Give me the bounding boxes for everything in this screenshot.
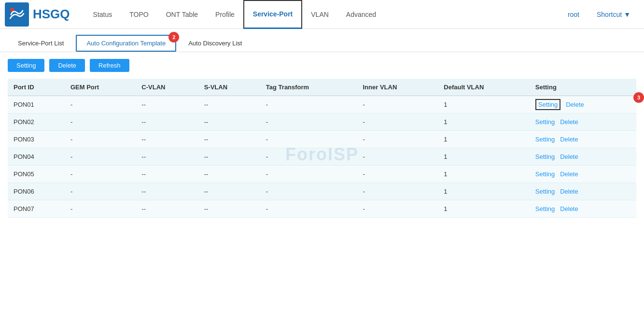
cell-tag-transform: - [260, 183, 357, 200]
cell-inner-vlan: - [357, 183, 438, 200]
tab-service-port-list[interactable]: Service-Port List [8, 35, 74, 51]
service-port-table: Port ID GEM Port C-VLAN S-VLAN Tag Trans… [8, 79, 636, 218]
cell-gem-port: - [65, 166, 136, 183]
logo-area: HSGQ [5, 2, 70, 27]
nav-service-port[interactable]: Service-Port [243, 0, 302, 29]
cell-c-vlan: -- [136, 96, 198, 113]
col-c-vlan: C-VLAN [136, 79, 198, 96]
tabs-bar: Service-Port List Auto Configuration Tem… [0, 29, 644, 52]
tab-auto-discovery-list[interactable]: Auto Discovery List [178, 35, 252, 51]
row-delete-link[interactable]: Delete [566, 101, 584, 108]
table-body: PON01 - -- -- - - 1 Setting 3 Delete PON… [8, 96, 636, 218]
cell-port-id: PON05 [8, 166, 65, 183]
cell-inner-vlan: - [357, 96, 438, 113]
row-delete-link[interactable]: Delete [560, 136, 578, 143]
header: HSGQ Status TOPO ONT Table Profile Servi… [0, 0, 644, 29]
cell-s-vlan: -- [198, 166, 260, 183]
cell-s-vlan: -- [198, 148, 260, 166]
cell-port-id: PON01 [8, 96, 65, 113]
cell-inner-vlan: - [357, 200, 438, 218]
row-delete-link[interactable]: Delete [560, 188, 578, 195]
table-row: PON07 - -- -- - - 1 Setting Delete [8, 200, 636, 218]
cell-port-id: PON07 [8, 200, 65, 218]
cell-default-vlan: 1 [438, 113, 530, 131]
cell-port-id: PON02 [8, 113, 65, 131]
cell-default-vlan: 1 [438, 200, 530, 218]
cell-actions: Setting Delete [530, 183, 636, 200]
cell-s-vlan: -- [198, 96, 260, 113]
refresh-button[interactable]: Refresh [90, 59, 129, 72]
cell-actions: Setting Delete [530, 131, 636, 148]
cell-c-vlan: -- [136, 131, 198, 148]
cell-c-vlan: -- [136, 113, 198, 131]
row-setting-link[interactable]: Setting [535, 118, 555, 126]
nav-ont-table[interactable]: ONT Table [157, 0, 207, 29]
cell-actions: Setting Delete [530, 200, 636, 218]
cell-port-id: PON06 [8, 183, 65, 200]
col-inner-vlan: Inner VLAN [357, 79, 438, 96]
cell-s-vlan: -- [198, 113, 260, 131]
row-setting-link[interactable]: Setting [535, 99, 560, 110]
cell-default-vlan: 1 [438, 96, 530, 113]
cell-default-vlan: 1 [438, 131, 530, 148]
cell-port-id: PON03 [8, 131, 65, 148]
nav-vlan[interactable]: VLAN [302, 0, 337, 29]
tab-auto-config-template[interactable]: Auto Configuration Template 2 [76, 35, 176, 52]
cell-s-vlan: -- [198, 183, 260, 200]
col-gem-port: GEM Port [65, 79, 136, 96]
cell-gem-port: - [65, 96, 136, 113]
cell-tag-transform: - [260, 200, 357, 218]
logo-text: HSGQ [33, 7, 70, 22]
table-row: PON03 - -- -- - - 1 Setting Delete [8, 131, 636, 148]
cell-default-vlan: 1 [438, 183, 530, 200]
row-delete-link[interactable]: Delete [560, 170, 578, 178]
nav-status[interactable]: Status [84, 0, 121, 29]
cell-inner-vlan: - [357, 131, 438, 148]
cell-tag-transform: - [260, 148, 357, 166]
nav-profile[interactable]: Profile [207, 0, 243, 29]
cell-port-id: PON04 [8, 148, 65, 166]
row-delete-link[interactable]: Delete [560, 205, 578, 212]
cell-c-vlan: -- [136, 183, 198, 200]
cell-actions: Setting Delete [530, 113, 636, 131]
cell-tag-transform: - [260, 131, 357, 148]
cell-s-vlan: -- [198, 131, 260, 148]
cell-s-vlan: -- [198, 200, 260, 218]
cell-c-vlan: -- [136, 200, 198, 218]
main-nav: Status TOPO ONT Table Profile Service-Po… [84, 0, 639, 29]
cell-tag-transform: - [260, 113, 357, 131]
cell-tag-transform: - [260, 166, 357, 183]
col-default-vlan: Default VLAN [438, 79, 530, 96]
cell-tag-transform: - [260, 96, 357, 113]
cell-actions: Setting 3 Delete [530, 96, 636, 113]
col-tag-transform: Tag Transform [260, 79, 357, 96]
nav-topo[interactable]: TOPO [121, 0, 157, 29]
row-setting-link[interactable]: Setting [535, 188, 555, 195]
cell-actions: Setting Delete [530, 166, 636, 183]
cell-inner-vlan: - [357, 166, 438, 183]
row-setting-link[interactable]: Setting [535, 170, 555, 178]
cell-default-vlan: 1 [438, 166, 530, 183]
row-delete-link[interactable]: Delete [560, 153, 578, 160]
cell-c-vlan: -- [136, 166, 198, 183]
nav-advanced[interactable]: Advanced [337, 0, 385, 29]
nav-root[interactable]: root [559, 0, 588, 29]
table-row: PON04 - -- -- - - 1 Setting Delete [8, 148, 636, 166]
nav-shortcut[interactable]: Shortcut ▼ [588, 0, 639, 29]
cell-gem-port: - [65, 113, 136, 131]
table-header-row: Port ID GEM Port C-VLAN S-VLAN Tag Trans… [8, 79, 636, 96]
row-delete-link[interactable]: Delete [560, 118, 578, 126]
cell-default-vlan: 1 [438, 148, 530, 166]
setting-button[interactable]: Setting [8, 59, 44, 72]
nav-right: root Shortcut ▼ [559, 0, 639, 29]
col-setting: Setting [530, 79, 636, 96]
row-setting-link[interactable]: Setting [535, 205, 555, 212]
delete-button[interactable]: Delete [49, 59, 85, 72]
table-row: PON01 - -- -- - - 1 Setting 3 Delete [8, 96, 636, 113]
tab-badge-2: 2 [168, 32, 179, 42]
cell-inner-vlan: - [357, 148, 438, 166]
table-row: PON05 - -- -- - - 1 Setting Delete [8, 166, 636, 183]
row-setting-link[interactable]: Setting [535, 136, 555, 143]
row-setting-link[interactable]: Setting [535, 153, 555, 160]
cell-gem-port: - [65, 183, 136, 200]
